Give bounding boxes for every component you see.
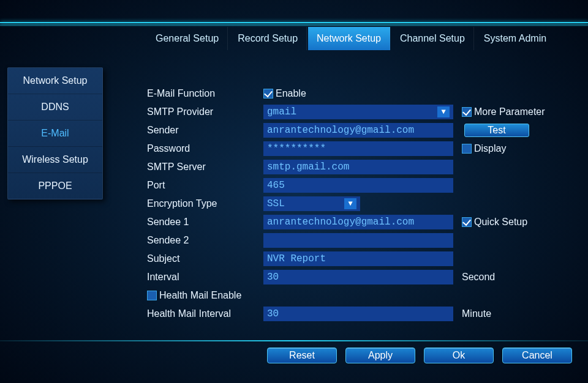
sendee1-input[interactable]: anrantechnology@gmail.com (263, 215, 453, 229)
smtp-provider-select[interactable]: gmail ▼ (263, 105, 453, 119)
top-tabs: General Setup Record Setup Network Setup… (147, 27, 555, 50)
password-label: Password (147, 143, 263, 154)
encryption-select[interactable]: SSL ▼ (263, 196, 360, 211)
enable-checkbox[interactable]: Enable (263, 88, 306, 99)
smtp-provider-label: SMTP Provider (147, 106, 263, 117)
sender-label: Sender (147, 125, 263, 136)
chevron-down-icon: ▼ (437, 106, 450, 117)
enable-label: Enable (276, 88, 306, 99)
display-checkbox[interactable]: Display (462, 143, 506, 154)
health-mail-enable-label: Health Mail Enable (159, 290, 241, 301)
subject-input[interactable]: NVR Report (263, 251, 453, 266)
sendee1-label: Sendee 1 (147, 217, 263, 228)
tab-channel-setup[interactable]: Channel Setup (391, 27, 474, 50)
port-input[interactable]: 465 (263, 178, 453, 193)
email-function-label: E-Mail Function (147, 88, 263, 99)
smtp-server-input[interactable]: smtp.gmail.com (263, 160, 453, 174)
tab-network-setup[interactable]: Network Setup (308, 27, 390, 50)
smtp-server-label: SMTP Server (147, 162, 263, 173)
check-icon (266, 90, 271, 98)
sender-input[interactable]: anrantechnology@gmail.com (263, 123, 453, 138)
sidebar-item-pppoe[interactable]: PPPOE (8, 173, 102, 199)
check-icon (464, 108, 469, 116)
sidebar-item-wireless-setup[interactable]: Wireless Setup (8, 147, 102, 173)
health-interval-input[interactable]: 30 (263, 307, 453, 321)
quick-setup-checkbox[interactable]: Quick Setup (462, 217, 527, 228)
more-parameter-checkbox[interactable]: More Parameter (462, 106, 545, 117)
more-parameter-label: More Parameter (474, 106, 545, 117)
interval-input[interactable]: 30 (263, 270, 453, 284)
health-interval-label: Health Mail Interval (147, 308, 263, 319)
reset-button[interactable]: Reset (267, 348, 337, 363)
port-label: Port (147, 180, 263, 191)
sidebar-item-ddns[interactable]: DDNS (8, 94, 102, 121)
sendee2-label: Sendee 2 (147, 235, 263, 246)
tab-general-setup[interactable]: General Setup (147, 27, 228, 50)
encryption-label: Encryption Type (147, 198, 263, 209)
interval-unit-label: Second (462, 272, 495, 283)
encryption-value: SSL (267, 198, 285, 209)
sidebar-item-network-setup[interactable]: Network Setup (8, 68, 102, 94)
tab-system-admin[interactable]: System Admin (475, 27, 555, 50)
password-input[interactable]: ********** (263, 141, 453, 156)
smtp-provider-value: gmail (267, 106, 296, 117)
interval-label: Interval (147, 272, 263, 283)
sendee2-input[interactable] (263, 233, 453, 248)
check-icon (464, 218, 469, 226)
tab-record-setup[interactable]: Record Setup (229, 27, 307, 50)
apply-button[interactable]: Apply (345, 348, 415, 363)
health-interval-unit-label: Minute (462, 308, 491, 319)
cancel-button[interactable]: Cancel (502, 348, 572, 363)
display-label: Display (474, 143, 506, 154)
health-mail-enable-checkbox[interactable]: Health Mail Enable (147, 290, 241, 301)
ok-button[interactable]: Ok (424, 348, 494, 363)
form-panel: E-Mail Function Enable SMTP Provider gma… (147, 84, 576, 323)
sidebar-item-email[interactable]: E-Mail (8, 121, 102, 147)
chevron-down-icon: ▼ (344, 198, 356, 209)
subject-label: Subject (147, 253, 263, 264)
sidebar: Network Setup DDNS E-Mail Wireless Setup… (7, 67, 103, 199)
action-bar: Reset Apply Ok Cancel (267, 348, 572, 363)
quick-setup-label: Quick Setup (474, 217, 527, 228)
test-button[interactable]: Test (464, 124, 529, 137)
